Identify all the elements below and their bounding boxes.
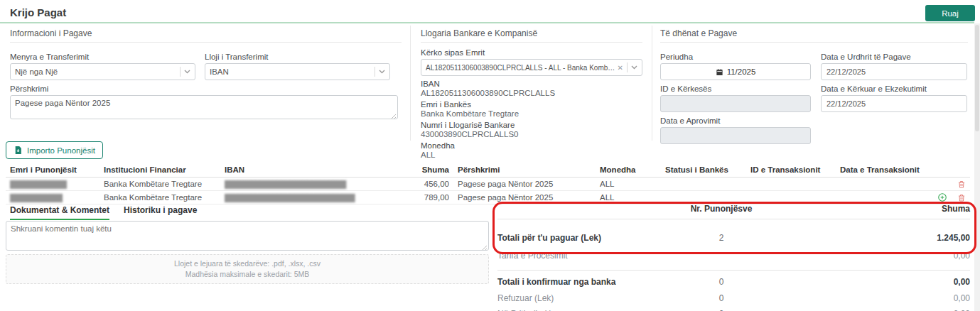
bank-status-cell [661,181,746,187]
dropzone-filetypes-text: Llojet e lejuara të skedarëve: .pdf, .xl… [174,258,321,269]
bottom-tabs: Dokumentat & Komentet Historiku i pagave [10,205,197,220]
summary-row-pending: Në Pritje (Lek) 0 0,00 [497,303,970,311]
currency-cell: ALL [596,190,661,204]
approval-date-input [660,127,811,144]
scrollbar-thumb[interactable] [975,25,979,131]
account-search-select[interactable]: AL1820511306003890CLPRCLALLS - ALL - Ban… [421,59,642,76]
approval-date-label: Data e Aprovimit [660,116,811,125]
table-row: ████████████ Banka Kombëtare Tregtare ██… [6,191,970,204]
summary-row-processing-fee: Tarifa e Procesimit 0,00 [497,243,970,271]
account-number-label: Numri i Llogarisë Bankare [421,121,642,130]
summary-employees: 2 [668,233,775,243]
col-amount: Shuma [404,163,453,177]
summary-amount: 0,00 [775,293,970,303]
transaction-date-cell [836,195,921,200]
account-search-value: AL1820511306003890CLPRCLALLS - ALL - Ban… [426,64,618,72]
file-import-icon [14,146,23,155]
comment-textarea[interactable] [6,221,489,251]
currency-label: Monedha [421,141,642,151]
summary-amount: 0,00 [775,277,970,287]
delete-row-button[interactable] [957,180,966,189]
delete-row-button[interactable] [957,193,966,202]
panel-divider [652,26,652,141]
period-input[interactable]: 11/2025 [660,63,811,80]
panel-payment-info-title: Informacioni i Pagave [10,28,402,43]
summary-header: Nr. Punonjësve Shuma [497,204,970,219]
order-date-label: Data e Urdhrit të Pagave [821,53,967,61]
transfer-method-select[interactable]: Një nga Një [10,63,195,80]
bank-name-value: Banka Kombëtare Tregtare [421,109,642,119]
tab-payment-history[interactable]: Historiku i pagave [124,205,197,220]
col-transaction-date: Data e Transaksionit [836,163,921,177]
order-date-input[interactable] [821,63,967,80]
period-label: Periudha [660,53,811,61]
employee-name-redacted: ████████████ [10,194,62,202]
summary-employees: 0 [668,277,775,287]
panel-payment-info: Informacioni i Pagave Menyra e Transferi… [10,28,402,121]
select-separator [180,67,181,77]
execution-date-label: Data e Kërkuar e Ekzekutimit [821,84,967,93]
panel-payment-data: Të dhënat e Pagave Periudha 11/2025 ID e… [660,28,968,144]
comment-area [6,221,489,252]
employee-table: Emri i Punonjësit Institucioni Financiar… [6,163,970,204]
plus-circle-icon [937,192,947,202]
amount-cell: 789,00 [404,190,453,204]
chevron-down-icon [379,70,385,74]
transfer-type-select[interactable]: IBAN [205,63,390,80]
dropzone-maxsize-text: Madhësia maksimale e skedarit: 5MB [185,269,310,280]
col-transaction-id: ID e Transaksionit [746,163,836,177]
description-cell: Pagese paga Nëntor 2025 [453,177,596,191]
transaction-id-cell [746,195,836,200]
summary-row-total-to-pay: Totali për t'u paguar (Lek) 2 1.245,00 [497,219,970,243]
col-employee-name: Emri i Punonjësit [6,163,99,177]
chevron-down-icon [631,65,637,70]
amount-cell: 456,00 [404,177,453,191]
iban-label: IBAN [421,80,642,89]
employee-table-header: Emri i Punonjësit Institucioni Financiar… [6,163,970,178]
tab-documents-comments[interactable]: Dokumentat & Komentet [10,205,109,220]
vertical-scrollbar[interactable] [974,23,980,311]
transfer-method-label: Menyra e Transferimit [10,53,195,61]
summary-amount: 1.245,00 [775,233,970,243]
institution-cell: Banka Kombëtare Tregtare [99,190,220,204]
trash-icon [957,180,966,189]
iban-redacted: ████████████████████████████ [225,180,345,188]
execution-date-input[interactable] [821,95,967,112]
file-dropzone[interactable]: Llojet e lejuara të skedarëve: .pdf, .xl… [6,254,489,284]
trash-icon [957,193,966,202]
request-id-label: ID e Kërkesës [660,84,811,93]
summary-row-rejected: Refuzuar (Lek) 0 0,00 [497,287,970,303]
account-number-value: 430003890CLPRCLALLS0 [421,130,642,139]
summary-col-employees: Nr. Punonjësve [668,204,775,214]
col-bank-status: Statusi i Bankës [661,163,746,177]
bank-status-cell [661,195,746,200]
transaction-id-cell [746,181,836,187]
col-institution: Institucioni Financiar [99,163,220,177]
add-row-button[interactable] [937,192,947,202]
iban-value: AL1820511306003890CLPRCLALLS [421,89,642,98]
payment-summary: Nr. Punonjësve Shuma Totali për t'u pagu… [497,204,970,311]
col-iban: IBAN [220,163,404,177]
chevron-down-icon [184,70,190,74]
panel-company-account-title: Llogaria Bankare e Kompanisë [421,28,642,43]
currency-value: ALL [421,151,642,160]
iban-redacted: ██████████████████████████████ [225,194,355,202]
save-button[interactable]: Ruaj [925,5,975,21]
summary-row-confirmed-by-bank: Totali i konfirmuar nga banka 0 0,00 [497,271,970,287]
col-description: Përshkrimi [453,163,596,177]
search-by-name-label: Kërko sipas Emrit [421,48,642,57]
summary-col-amount: Shuma [775,204,970,214]
col-currency: Monedha [596,163,661,177]
clear-icon[interactable]: ✕ [618,64,623,72]
import-employees-button[interactable]: Importo Punonjësit [6,141,103,159]
summary-employees: 0 [668,293,775,303]
description-textarea[interactable]: Pagese paga Nëntor 2025 [10,95,398,119]
summary-amount: 0,00 [775,251,970,261]
select-separator [375,67,375,77]
description-cell: Pagese paga Nëntor 2025 [453,190,596,204]
employee-name-redacted: █████████████ [10,180,66,188]
transfer-method-value: Një nga Një [15,67,58,76]
table-row: █████████████ Banka Kombëtare Tregtare █… [6,178,970,191]
bank-name-label: Emri i Bankës [421,100,642,109]
summary-label: Totali i konfirmuar nga banka [497,277,668,287]
